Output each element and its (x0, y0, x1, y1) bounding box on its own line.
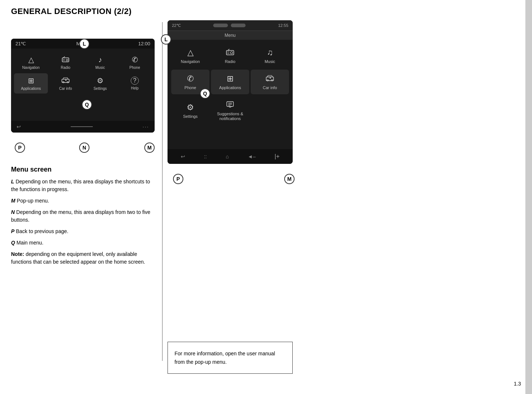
carinfo-icon (61, 77, 70, 85)
right-nav-icon: △ (187, 48, 194, 57)
right-apps-icon: ⊞ (227, 74, 233, 84)
label-P-left: P (15, 143, 25, 153)
desc-L-text: Depending on the menu, this area display… (11, 179, 150, 192)
left-bottom-bar: ↩ ··· (11, 121, 155, 133)
key-P: P (11, 228, 14, 234)
desc-Q-text: Main menu. (17, 240, 43, 246)
left-menu-help[interactable]: ? Help (118, 73, 152, 94)
desc-N-text: Depending on the menu, this area display… (11, 209, 150, 223)
label-Q-left: Q (82, 99, 92, 110)
label-M-right: M (284, 174, 295, 184)
info-box-text: For more information, open the user manu… (175, 351, 275, 365)
right-menu-grid: △ Navigation Radio ♫ Music (168, 40, 293, 129)
left-line-indicator (71, 126, 93, 127)
radio-icon (62, 56, 69, 64)
left-menu-music[interactable]: ♪ Music (83, 52, 117, 73)
left-screen-time-left: 21℃ (15, 41, 26, 46)
right-carinfo-icon (266, 74, 274, 84)
left-screen-container: L Q 21℃ Menu 12:00 △ Navigation (11, 39, 158, 133)
right-menu-settings[interactable]: ⚙ Settings (171, 96, 209, 126)
right-phone-icon: ✆ (187, 74, 194, 84)
right-screen-container: L Q 22℃ 12:55 Menu △ Navigation (168, 20, 300, 164)
left-menu-applications[interactable]: ⊞ Applications (14, 73, 48, 94)
right-vol-up-icon[interactable]: |+ (275, 153, 280, 160)
left-menu-grid: △ Navigation Radio ♪ Music (11, 49, 155, 97)
right-music-label: Music (265, 59, 275, 64)
right-back-icon[interactable]: ↩ (181, 154, 185, 159)
left-more-dots[interactable]: ··· (142, 124, 149, 130)
right-sidebar (525, 0, 532, 394)
svg-rect-13 (266, 77, 274, 81)
right-vol-down-icon[interactable]: ◄– (248, 154, 256, 159)
right-menu-suggestions[interactable]: Suggestions &notifications (211, 96, 249, 126)
left-settings-label: Settings (94, 87, 107, 91)
pill-2 (231, 24, 246, 27)
left-menu-navigation[interactable]: △ Navigation (14, 52, 48, 73)
desc-item-M: M Pop-up menu. (11, 197, 158, 205)
right-menu-applications[interactable]: ⊞ Applications (211, 70, 249, 94)
right-grid-icon[interactable]: :: (204, 154, 207, 159)
pill-1 (213, 24, 228, 27)
settings-icon: ⚙ (97, 76, 103, 85)
left-apps-label: Applications (21, 87, 41, 91)
desc-item-L: L Depending on the menu, this area displ… (11, 178, 158, 193)
right-bottom-bar: ↩ :: ⌂ ◄– |+ (168, 149, 293, 164)
label-L-left: L (79, 39, 89, 49)
left-carinfo-label: Car info (59, 87, 72, 91)
menu-screen-heading: Menu screen (11, 166, 158, 173)
note-text: Note: depending on the equipment level, … (11, 250, 158, 266)
label-P-right: P (173, 174, 183, 184)
left-menu-settings[interactable]: ⚙ Settings (83, 73, 117, 94)
vertical-divider (162, 22, 163, 361)
right-menu-label: Menu (225, 33, 236, 38)
right-music-icon: ♫ (267, 48, 273, 57)
right-menu-music[interactable]: ♫ Music (251, 43, 289, 68)
left-screen-time-right: 12:00 (138, 41, 150, 46)
note-label: Note: (11, 251, 24, 257)
right-apps-label: Applications (219, 85, 241, 90)
key-Q: Q (11, 240, 15, 246)
left-help-label: Help (131, 86, 139, 90)
left-back-arrow[interactable]: ↩ (17, 124, 21, 130)
right-radio-label: Radio (225, 59, 236, 64)
label-M-left: M (144, 143, 155, 153)
right-menu-navigation[interactable]: △ Navigation (171, 43, 209, 68)
left-menu-carinfo[interactable]: Car info (49, 73, 82, 94)
right-settings-label: Settings (183, 114, 198, 119)
right-carinfo-label: Car info (263, 85, 277, 90)
right-menu-carinfo[interactable]: Car info (251, 70, 289, 94)
svg-point-1 (66, 59, 68, 61)
right-home-icon[interactable]: ⌂ (226, 154, 229, 159)
right-screen-top-bar: 22℃ 12:55 (168, 20, 293, 31)
right-settings-icon: ⚙ (187, 103, 194, 112)
right-nav-label: Navigation (181, 59, 200, 64)
note-content: depending on the equipment level, only a… (11, 251, 145, 265)
left-menu-radio[interactable]: Radio (49, 52, 82, 73)
page-number: 1.3 (514, 381, 521, 387)
svg-rect-4 (62, 79, 69, 82)
key-N: N (11, 209, 15, 215)
right-screen-temp: 22℃ (172, 23, 181, 28)
left-radio-label: Radio (61, 66, 70, 70)
right-screen-time: 12:55 (278, 23, 288, 28)
desc-M-text: Pop-up menu. (17, 198, 49, 204)
apps-icon: ⊞ (28, 76, 34, 85)
right-phone-label: Phone (184, 85, 196, 90)
left-menu-phone[interactable]: ✆ Phone (118, 52, 152, 73)
nav-icon: △ (28, 55, 34, 64)
svg-point-10 (230, 52, 233, 54)
right-menu-radio[interactable]: Radio (211, 43, 249, 68)
music-icon: ♪ (98, 56, 102, 64)
info-box: For more information, open the user manu… (168, 342, 293, 374)
left-nav-label: Navigation (22, 66, 39, 70)
text-section: Menu screen L Depending on the menu, thi… (11, 166, 158, 266)
right-screen-pills (213, 24, 246, 27)
page-title: GENERAL DESCRIPTION (2/2) (11, 7, 131, 16)
label-N-left: N (79, 143, 89, 153)
right-suggestions-icon (226, 100, 234, 110)
key-M: M (11, 198, 15, 204)
phone-icon: ✆ (132, 55, 138, 64)
desc-P-text: Back to previous page. (16, 228, 68, 234)
right-menu-label-bar: Menu (168, 31, 293, 40)
label-Q-right: Q (200, 88, 210, 99)
